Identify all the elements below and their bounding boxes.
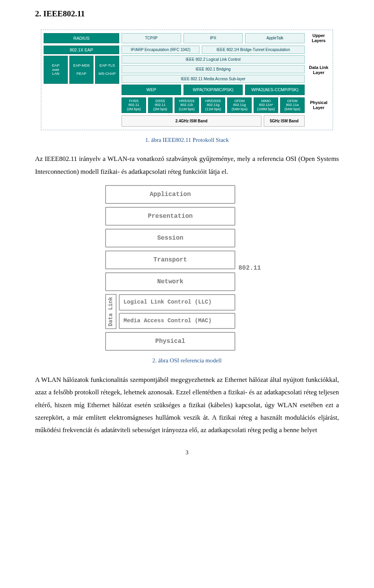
osi-session: Session bbox=[105, 229, 235, 247]
encaps-iparp: IP/ARP Encapsulation (RFC 1042) bbox=[122, 46, 199, 54]
radius-box: RADIUS bbox=[44, 33, 119, 44]
osi-datalink-label: Data Link bbox=[105, 294, 116, 329]
sec-wpa: WPA(TKIP/MIC/PSK) bbox=[183, 85, 243, 95]
band-5ghz: 5GHz ISM Band bbox=[264, 115, 305, 127]
app-appletalk: AppleTalk bbox=[245, 33, 305, 44]
sec-wep: WEP bbox=[122, 85, 181, 95]
paragraph-2: A WLAN hálózatok funkcionalitás szempont… bbox=[35, 374, 339, 436]
sec-wpa2: WPA2(AES-CCMP/PSK) bbox=[245, 85, 305, 95]
bridging-box: IEEE 802.1 Bridging bbox=[122, 65, 305, 73]
paragraph-1: Az IEEE802.11 irányelv a WLAN-ra vonatko… bbox=[35, 153, 339, 178]
phy-80211n: MIMO802.11n*(108M bps) bbox=[254, 97, 278, 113]
eap-md5-peap: EAP-MD5 PEAP bbox=[69, 56, 94, 84]
osi-presentation: Presentation bbox=[105, 207, 235, 226]
figure-1-caption: 1. ábra IEEE802.11 Protokoll Stack bbox=[35, 136, 339, 145]
osi-network: Network bbox=[105, 272, 235, 291]
mac-sublayer-box: IEEE 802.11 Media Access Sub-layer bbox=[122, 75, 305, 83]
osi-llc: Logical Link Control (LLC) bbox=[119, 294, 235, 311]
phy-80211a: OFDM802.11a(54M bps) bbox=[280, 97, 305, 113]
band-24ghz: 2.4GHz ISM Band bbox=[122, 115, 261, 127]
side-phy-label: Physical Layer bbox=[307, 97, 330, 113]
figure-2-caption: 2. ábra OSI referencia modell bbox=[35, 356, 339, 365]
phy-fhss: FHSS802.11(2M bps) bbox=[122, 97, 146, 113]
phy-80211g-ofdm: OFDM802.11g(54M bps) bbox=[227, 97, 252, 113]
section-heading: 2. IEEE802.11 bbox=[35, 8, 339, 20]
8021x-eap-box: 802.1X EAP bbox=[44, 46, 119, 54]
figure-1-protocol-stack: RADIUS TCP/IP IPX AppleTalk Upper Layers… bbox=[41, 30, 333, 130]
figure-2-osi-model: Application Presentation Session Transpo… bbox=[105, 185, 269, 351]
page-number: 3 bbox=[35, 448, 339, 457]
phy-80211b: HR/DSSS802.11b(11M bps) bbox=[175, 97, 199, 113]
side-dll-label: Data Link Layer bbox=[307, 46, 330, 95]
encaps-bridge-tunnel: IEEE 802.1H Bridge-Tunnel Encapsulation bbox=[202, 46, 305, 54]
phy-dsss: DSSS802.11(2M bps) bbox=[148, 97, 173, 113]
osi-80211-annotation: 802.11 bbox=[238, 185, 269, 351]
osi-mac: Media Access Control (MAC) bbox=[119, 313, 235, 329]
osi-transport: Transport bbox=[105, 251, 235, 269]
eap-tls-mschap: EAP-TLS MS-CHAP bbox=[95, 56, 119, 84]
side-upper-label: Upper Layers bbox=[307, 33, 330, 44]
phy-80211g-hr: HR/DSSS802.11g(11M bps) bbox=[201, 97, 226, 113]
osi-application: Application bbox=[105, 185, 235, 204]
osi-physical: Physical bbox=[105, 332, 235, 351]
llc-box: IEEE 802.2 Logical Link Control bbox=[122, 55, 305, 64]
app-tcpip: TCP/IP bbox=[122, 33, 181, 44]
app-ipx: IPX bbox=[183, 33, 243, 44]
eap-over-lan: EAP over LAN bbox=[44, 56, 68, 84]
